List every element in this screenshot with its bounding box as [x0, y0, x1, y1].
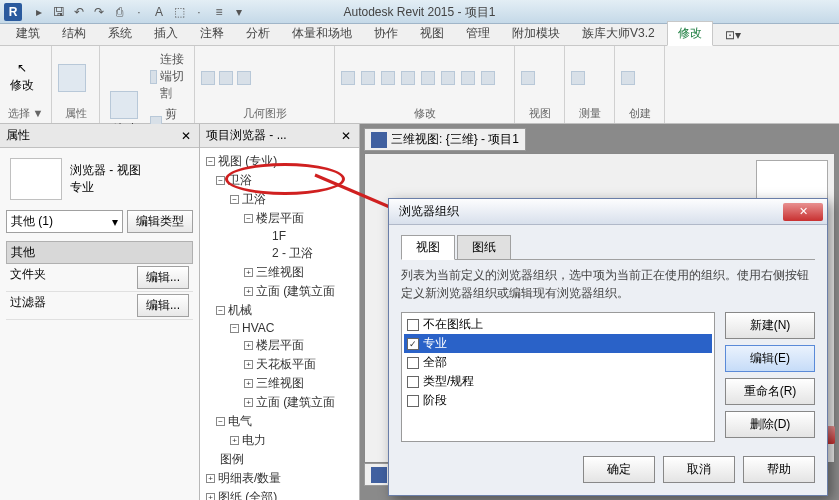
qat-redo-icon[interactable]: ↷	[90, 3, 108, 21]
edit-button[interactable]: 编辑...	[137, 294, 189, 317]
list-item[interactable]: ✓专业	[404, 334, 712, 353]
view-tab-3d[interactable]: 三维视图: {三维} - 项目1	[364, 128, 526, 151]
expand-icon[interactable]: +	[244, 287, 253, 296]
qat-sheet-icon[interactable]: ≡	[210, 3, 228, 21]
tree-node[interactable]: 1F	[202, 228, 357, 244]
tree-node[interactable]: +图纸 (全部)	[202, 488, 357, 500]
edit-button[interactable]: 编辑(E)	[725, 345, 815, 372]
properties-icon[interactable]	[58, 64, 86, 92]
ribbon-tab-3[interactable]: 插入	[144, 22, 188, 45]
ribbon-tab-0[interactable]: 建筑	[6, 22, 50, 45]
expand-icon[interactable]: +	[230, 436, 239, 445]
edit-button[interactable]: 编辑...	[137, 266, 189, 289]
project-tree[interactable]: −视图 (专业)−卫浴−卫浴−楼层平面1F2 - 卫浴+三维视图+立面 (建筑立…	[200, 148, 359, 500]
help-button[interactable]: 帮助	[743, 456, 815, 483]
measure-icon[interactable]	[571, 71, 585, 85]
geom-icon-1[interactable]	[201, 71, 215, 85]
expand-icon[interactable]: +	[244, 360, 253, 369]
checkbox[interactable]: ✓	[407, 338, 419, 350]
qat-dropdown-icon[interactable]: ▾	[230, 3, 248, 21]
expand-icon[interactable]: −	[230, 324, 239, 333]
ribbon-tab-12[interactable]: 修改	[667, 21, 713, 46]
tree-node[interactable]: +三维视图	[202, 263, 357, 282]
tree-node[interactable]: −楼层平面	[202, 209, 357, 228]
tree-node[interactable]: −视图 (专业)	[202, 152, 357, 171]
ribbon-tab-1[interactable]: 结构	[52, 22, 96, 45]
ribbon-extra-icon[interactable]: ⊡▾	[715, 25, 751, 45]
tree-node[interactable]: +三维视图	[202, 374, 357, 393]
edit-type-button[interactable]: 编辑类型	[127, 210, 193, 233]
tree-node[interactable]: 图例	[202, 450, 357, 469]
mod-icon[interactable]	[421, 71, 435, 85]
expand-icon[interactable]: +	[244, 379, 253, 388]
ribbon-tab-7[interactable]: 协作	[364, 22, 408, 45]
list-item[interactable]: 阶段	[404, 391, 712, 410]
qat-print-icon[interactable]: ⎙	[110, 3, 128, 21]
tree-node[interactable]: +楼层平面	[202, 336, 357, 355]
expand-icon[interactable]: +	[244, 268, 253, 277]
tree-node[interactable]: +天花板平面	[202, 355, 357, 374]
expand-icon[interactable]: −	[206, 157, 215, 166]
geom-icon-2[interactable]	[219, 71, 233, 85]
expand-icon[interactable]: +	[206, 493, 215, 500]
expand-icon[interactable]: +	[244, 398, 253, 407]
delete-button[interactable]: 删除(D)	[725, 411, 815, 438]
expand-icon[interactable]: −	[216, 176, 225, 185]
mod-icon[interactable]	[341, 71, 355, 85]
mod-icon[interactable]	[381, 71, 395, 85]
ribbon-tab-9[interactable]: 管理	[456, 22, 500, 45]
mod-icon[interactable]	[481, 71, 495, 85]
expand-icon[interactable]: −	[244, 214, 253, 223]
tree-node[interactable]: +立面 (建筑立面	[202, 393, 357, 412]
expand-icon[interactable]: +	[244, 341, 253, 350]
tree-node[interactable]: −HVAC	[202, 320, 357, 336]
tree-node[interactable]: 2 - 卫浴	[202, 244, 357, 263]
ribbon-tab-10[interactable]: 附加模块	[502, 22, 570, 45]
mod-icon[interactable]	[361, 71, 375, 85]
match-button[interactable]: 连接端切割	[148, 50, 188, 103]
expand-icon[interactable]: −	[216, 417, 225, 426]
ribbon-tab-5[interactable]: 分析	[236, 22, 280, 45]
new-button[interactable]: 新建(N)	[725, 312, 815, 339]
tree-node[interactable]: +电力	[202, 431, 357, 450]
create-icon[interactable]	[621, 71, 635, 85]
list-item[interactable]: 全部	[404, 353, 712, 372]
ribbon-tab-2[interactable]: 系统	[98, 22, 142, 45]
checkbox[interactable]	[407, 376, 419, 388]
dialog-close-button[interactable]: ✕	[783, 203, 823, 221]
qat-section-icon[interactable]: ·	[190, 3, 208, 21]
expand-icon[interactable]: −	[216, 306, 225, 315]
checkbox[interactable]	[407, 357, 419, 369]
ok-button[interactable]: 确定	[583, 456, 655, 483]
ribbon-tab-11[interactable]: 族库大师V3.2	[572, 22, 665, 45]
ribbon-tab-6[interactable]: 体量和场地	[282, 22, 362, 45]
mod-icon[interactable]	[461, 71, 475, 85]
modify-tool-button[interactable]: ↖修改	[6, 59, 38, 96]
expand-icon[interactable]: −	[230, 195, 239, 204]
list-item[interactable]: 不在图纸上	[404, 315, 712, 334]
tree-node[interactable]: +立面 (建筑立面	[202, 282, 357, 301]
qat-open-icon[interactable]: ▸	[30, 3, 48, 21]
tree-node[interactable]: −卫浴	[202, 190, 357, 209]
organization-list[interactable]: 不在图纸上✓专业全部类型/规程阶段	[401, 312, 715, 442]
dialog-titlebar[interactable]: 浏览器组织 ✕	[389, 199, 827, 225]
mod-icon[interactable]	[401, 71, 415, 85]
qat-text-icon[interactable]: A	[150, 3, 168, 21]
tab-sheets[interactable]: 图纸	[457, 235, 511, 260]
tree-node[interactable]: −卫浴	[202, 171, 357, 190]
cancel-button[interactable]: 取消	[663, 456, 735, 483]
qat-undo-icon[interactable]: ↶	[70, 3, 88, 21]
list-item[interactable]: 类型/规程	[404, 372, 712, 391]
view-icon[interactable]	[521, 71, 535, 85]
expand-icon[interactable]: +	[206, 474, 215, 483]
panel-select-label[interactable]: 选择 ▼	[6, 105, 45, 121]
qat-save-icon[interactable]: 🖫	[50, 3, 68, 21]
close-icon[interactable]: ✕	[339, 129, 353, 143]
ribbon-tab-8[interactable]: 视图	[410, 22, 454, 45]
qat-3d-icon[interactable]: ⬚	[170, 3, 188, 21]
app-logo[interactable]: R	[4, 3, 22, 21]
tree-node[interactable]: +明细表/数量	[202, 469, 357, 488]
type-thumbnail[interactable]	[10, 158, 62, 200]
rename-button[interactable]: 重命名(R)	[725, 378, 815, 405]
checkbox[interactable]	[407, 319, 419, 331]
